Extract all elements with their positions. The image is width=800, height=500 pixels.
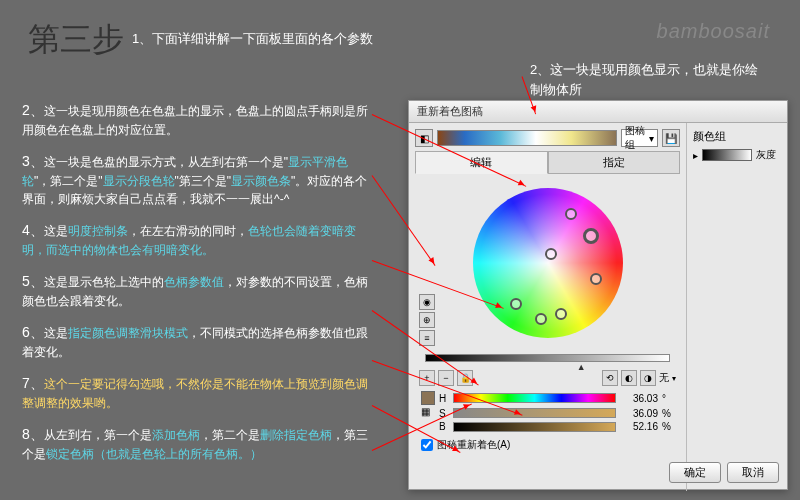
annotation-item: 5、这是显示色轮上选中的色柄参数值，对参数的不同设置，色柄颜色也会跟着变化。 — [22, 271, 372, 310]
current-color-swatch[interactable] — [421, 391, 435, 405]
preset-dropdown[interactable]: 图稿组▾ — [621, 129, 658, 147]
color-group-row[interactable]: ▸ 灰度 — [693, 148, 781, 162]
ok-button[interactable]: 确定 — [669, 462, 721, 483]
chevron-down-icon: ▾ — [649, 133, 654, 144]
remove-handle-icon[interactable]: − — [438, 370, 454, 386]
mode-label: 无 — [659, 371, 669, 385]
tool-icon-b[interactable]: ◑ — [640, 370, 656, 386]
tab-assign[interactable]: 指定 — [548, 151, 681, 174]
brightness-slider[interactable] — [425, 354, 670, 362]
expand-icon[interactable]: ▸ — [693, 150, 698, 161]
annotation-item: 3、这一块是色盘的显示方式，从左到右第一个是"显示平滑色轮"，第二个是"显示分段… — [22, 151, 372, 208]
tool-icon-a[interactable]: ◐ — [621, 370, 637, 386]
annotation-item: 8、从左到右，第一个是添加色柄，第二个是删除指定色柄，第三个是锁定色柄（也就是色… — [22, 424, 372, 463]
color-wheel[interactable] — [473, 188, 623, 338]
color-mode-icon[interactable]: ▦ — [421, 406, 435, 420]
annotation-item: 2、这一块是现用颜色在色盘上的显示，色盘上的圆点手柄则是所用颜色在色盘上的对应位… — [22, 100, 372, 139]
annotation-list: 2、这一块是现用颜色在色盘上的显示，色盘上的圆点手柄则是所用颜色在色盘上的对应位… — [22, 100, 372, 475]
smooth-wheel-icon[interactable]: ◉ — [419, 294, 435, 310]
tab-edit[interactable]: 编辑 — [415, 151, 548, 174]
step-title: 第三步 — [28, 18, 124, 62]
cancel-button[interactable]: 取消 — [727, 462, 779, 483]
brightness-value-slider[interactable] — [453, 422, 616, 432]
saturation-slider[interactable] — [453, 408, 616, 418]
color-wheel-area[interactable]: ◉ ⊕ ≡ — [415, 178, 680, 348]
segmented-wheel-icon[interactable]: ⊕ — [419, 312, 435, 328]
annotation-item: 7、这个一定要记得勾选哦，不然你是不能在物体上预览到颜色调整调整的效果哟。 — [22, 373, 372, 412]
watermark: bamboosait — [657, 20, 770, 43]
color-group-heading: 颜色组 — [693, 129, 781, 144]
active-colors-spectrum[interactable] — [437, 130, 617, 146]
save-group-icon[interactable]: 💾 — [662, 129, 680, 147]
recolor-artwork-checkbox[interactable] — [421, 439, 433, 451]
note-1: 1、下面详细讲解一下面板里面的各个参数 — [132, 30, 373, 48]
link-icon[interactable]: ⟲ — [602, 370, 618, 386]
panel-title: 重新着色图稿 — [409, 101, 787, 123]
annotation-item: 4、这是明度控制条，在左右滑动的同时，色轮也会随着变暗变明，而选中的物体也会有明… — [22, 220, 372, 259]
annotation-item: 6、这是指定颜色调整滑块模式，不同模式的选择色柄参数值也跟着变化。 — [22, 322, 372, 361]
chevron-down-icon[interactable]: ▾ — [672, 374, 676, 383]
